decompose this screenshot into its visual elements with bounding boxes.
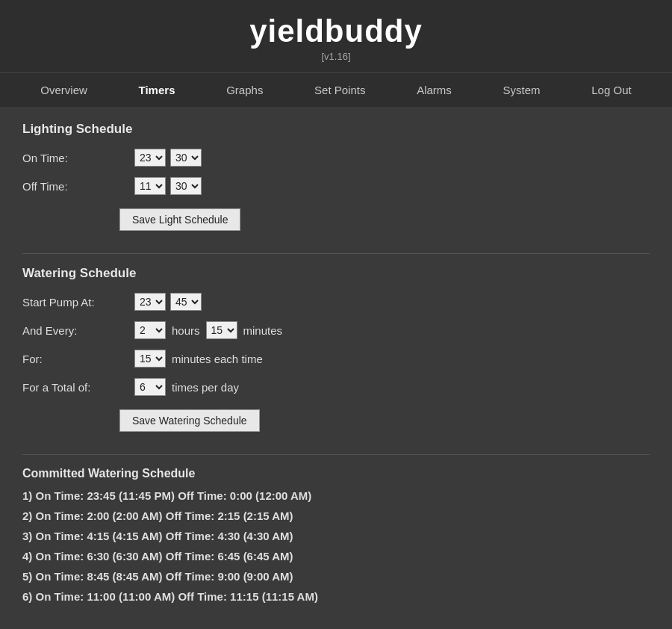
for-row: For: 0510152025303540455055 minutes each… xyxy=(22,348,650,369)
start-pump-minute-select[interactable]: 0510152025303540455055 xyxy=(170,293,202,311)
for-label: For: xyxy=(22,353,134,365)
nav-logout[interactable]: Log Out xyxy=(584,81,638,99)
schedule-entry: 2) On Time: 2:00 (2:00 AM) Off Time: 2:1… xyxy=(22,509,650,522)
nav-timers[interactable]: Timers xyxy=(131,81,183,99)
lighting-section-title: Lighting Schedule xyxy=(22,122,650,137)
every-minutes-select[interactable]: 0510152025303540455055 xyxy=(206,321,237,339)
save-watering-schedule-button[interactable]: Save Watering Schedule xyxy=(119,409,260,432)
app-header: yieldbuddy [v1.16] xyxy=(0,0,672,72)
schedule-entry: 1) On Time: 23:45 (11:45 PM) Off Time: 0… xyxy=(22,489,650,502)
section-divider xyxy=(22,253,650,254)
total-times-select[interactable]: 123456789101112131415161718192021222324 xyxy=(134,378,166,396)
committed-entries: 1) On Time: 23:45 (11:45 PM) Off Time: 0… xyxy=(22,489,650,603)
save-light-schedule-button[interactable]: Save Light Schedule xyxy=(119,208,240,231)
start-pump-label: Start Pump At: xyxy=(22,296,134,309)
watering-section: Watering Schedule Start Pump At: 0123456… xyxy=(22,266,650,432)
start-pump-hour-select[interactable]: 01234567891011121314151617181920212223 xyxy=(134,293,166,311)
lighting-on-time-row: On Time: 0123456789101112131415161718192… xyxy=(22,147,650,168)
for-minutes-select[interactable]: 0510152025303540455055 xyxy=(134,350,166,368)
lighting-off-hour-select[interactable]: 01234567891011121314151617181920212223 xyxy=(134,177,166,195)
times-per-day-text: times per day xyxy=(172,381,239,394)
nav-system[interactable]: System xyxy=(496,81,548,99)
nav-graphs[interactable]: Graphs xyxy=(219,81,270,99)
minutes-each-time-text: minutes each time xyxy=(172,353,263,365)
nav-alarms[interactable]: Alarms xyxy=(409,81,459,99)
and-every-label: And Every: xyxy=(22,324,134,337)
schedule-entry: 5) On Time: 8:45 (8:45 AM) Off Time: 9:0… xyxy=(22,570,650,583)
total-row: For a Total of: 123456789101112131415161… xyxy=(22,377,650,397)
total-label: For a Total of: xyxy=(22,381,134,394)
schedule-entry: 4) On Time: 6:30 (6:30 AM) Off Time: 6:4… xyxy=(22,550,650,563)
hours-text: hours xyxy=(172,324,200,337)
lighting-section: Lighting Schedule On Time: 0123456789101… xyxy=(22,122,650,231)
committed-divider xyxy=(22,454,650,455)
main-content: Lighting Schedule On Time: 0123456789101… xyxy=(0,107,672,629)
watering-section-title: Watering Schedule xyxy=(22,266,650,281)
every-hours-select[interactable]: 123456789101112 xyxy=(134,321,166,339)
committed-section: Committed Watering Schedule 1) On Time: … xyxy=(22,467,650,603)
start-pump-row: Start Pump At: 0123456789101112131415161… xyxy=(22,291,650,312)
committed-section-title: Committed Watering Schedule xyxy=(22,467,650,480)
app-title: yieldbuddy xyxy=(0,13,672,49)
minutes-text: minutes xyxy=(243,324,283,337)
lighting-on-time-label: On Time: xyxy=(22,152,134,164)
main-nav: Overview Timers Graphs Set Points Alarms… xyxy=(0,72,672,107)
lighting-on-minute-select[interactable]: 0510152025303540455055 xyxy=(170,149,202,167)
and-every-row: And Every: 123456789101112 hours 0510152… xyxy=(22,320,650,341)
app-version: [v1.16] xyxy=(0,51,672,62)
nav-overview[interactable]: Overview xyxy=(33,81,95,99)
lighting-off-time-label: Off Time: xyxy=(22,180,134,193)
lighting-off-time-row: Off Time: 012345678910111213141516171819… xyxy=(22,176,650,196)
lighting-on-hour-select[interactable]: 01234567891011121314151617181920212223 xyxy=(134,149,166,167)
schedule-entry: 6) On Time: 11:00 (11:00 AM) Off Time: 1… xyxy=(22,590,650,603)
nav-setpoints[interactable]: Set Points xyxy=(307,81,373,99)
schedule-entry: 3) On Time: 4:15 (4:15 AM) Off Time: 4:3… xyxy=(22,530,650,542)
lighting-off-minute-select[interactable]: 0510152025303540455055 xyxy=(170,177,202,195)
